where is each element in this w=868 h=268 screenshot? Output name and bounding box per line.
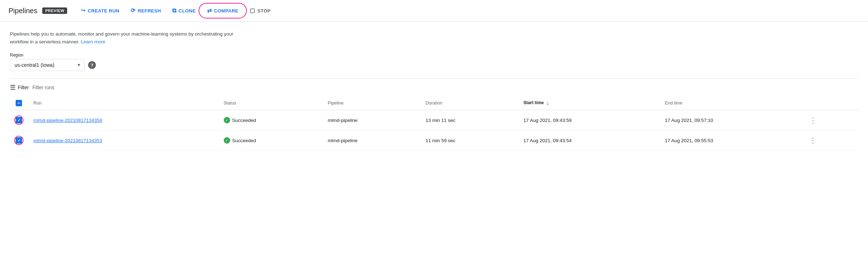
compare-icon: ⇄ (207, 8, 212, 14)
row-1-actions: ⋮ (801, 110, 858, 130)
row-1-checkbox-cell: ✓ (10, 110, 28, 130)
refresh-button[interactable]: ⟳ REFRESH (126, 5, 166, 16)
row-1-more-button[interactable]: ⋮ (807, 114, 819, 126)
row-2-checkbox[interactable]: ✓ (16, 137, 22, 144)
region-select-wrapper: us-central1 (Iowa) us-east1 (South Carol… (10, 59, 858, 71)
region-label: Region (10, 53, 858, 58)
row-2-run-name: mlmd-pipeline-20210817134353 (28, 130, 218, 151)
description-text: Pipelines help you to automate, monitor … (10, 30, 251, 45)
filter-section: ☰ Filter Filter runs (10, 78, 858, 95)
create-run-icon: ⤳ (81, 8, 86, 14)
row-2-status: ✓ Succeeded (218, 130, 322, 151)
select-all-header: − (10, 96, 28, 110)
row-2-run-link[interactable]: mlmd-pipeline-20210817134353 (33, 138, 102, 143)
main-content: Pipelines help you to automate, monitor … (0, 22, 868, 151)
filter-button[interactable]: ☰ Filter (10, 84, 29, 91)
sort-arrow-icon: ↓ (547, 100, 549, 106)
row-1-success-icon: ✓ (224, 117, 230, 123)
table-row: ✓ mlmd-pipeline-20210817134358 ✓ Succeed… (10, 110, 858, 130)
row-2-more-button[interactable]: ⋮ (807, 135, 819, 146)
learn-more-link[interactable]: Learn more (81, 39, 105, 44)
col-pipeline: Pipeline (322, 96, 420, 110)
clone-icon: ⧉ (172, 8, 177, 14)
table-row: ✓ mlmd-pipeline-20210817134353 ✓ Succeed… (10, 130, 858, 151)
preview-badge: PREVIEW (42, 7, 67, 14)
col-run: Run (28, 96, 218, 110)
clone-button[interactable]: ⧉ CLONE (167, 5, 201, 16)
col-status: Status (218, 96, 322, 110)
compare-button-wrapper: ⇄ COMPARE (202, 5, 243, 16)
row-1-checkbox[interactable]: ✓ (16, 117, 22, 123)
runs-table: − Run Status Pipeline Duration Start tim… (10, 96, 858, 151)
toolbar: Pipelines PREVIEW ⤳ CREATE RUN ⟳ REFRESH… (0, 0, 868, 22)
row-2-start-time: 17 Aug 2021, 09:43:54 (518, 130, 659, 151)
filter-icon: ☰ (10, 84, 16, 91)
row-2-duration: 11 min 59 sec (420, 130, 517, 151)
row-2-checkbox-cell: ✓ (10, 130, 28, 151)
region-section: Region us-central1 (Iowa) us-east1 (Sout… (10, 53, 858, 71)
row-1-run-link[interactable]: mlmd-pipeline-20210817134358 (33, 118, 102, 123)
row-1-end-time: 17 Aug 2021, 09:57:10 (659, 110, 801, 130)
col-start-time[interactable]: Start time ↓ (518, 96, 659, 110)
row-1-status: ✓ Succeeded (218, 110, 322, 130)
table-header-row: − Run Status Pipeline Duration Start tim… (10, 96, 858, 110)
row-2-end-time: 17 Aug 2021, 09:55:53 (659, 130, 801, 151)
row-1-start-time: 17 Aug 2021, 09:43:59 (518, 110, 659, 130)
create-run-button[interactable]: ⤳ CREATE RUN (76, 5, 124, 16)
page-title: Pipelines (9, 7, 37, 15)
refresh-icon: ⟳ (131, 8, 136, 14)
row-1-pipeline: mlmd-pipeline (322, 110, 420, 130)
row-1-duration: 13 min 11 sec (420, 110, 517, 130)
stop-icon: ▢ (250, 8, 255, 14)
row-2-pipeline: mlmd-pipeline (322, 130, 420, 151)
row-1-run-name: mlmd-pipeline-20210817134358 (28, 110, 218, 130)
stop-button[interactable]: ▢ STOP (245, 5, 276, 16)
region-help-icon[interactable]: ? (88, 61, 96, 69)
row-2-actions: ⋮ (801, 130, 858, 151)
region-select-container: us-central1 (Iowa) us-east1 (South Carol… (10, 59, 85, 71)
compare-button[interactable]: ⇄ COMPARE (202, 5, 243, 16)
region-select[interactable]: us-central1 (Iowa) us-east1 (South Carol… (10, 59, 85, 71)
deselect-all-checkbox[interactable]: − (16, 100, 22, 106)
col-duration: Duration (420, 96, 517, 110)
row-2-success-icon: ✓ (224, 137, 230, 144)
col-end-time: End time (659, 96, 801, 110)
col-actions (801, 96, 858, 110)
filter-runs-text: Filter runs (32, 85, 54, 90)
filter-label: Filter (18, 85, 29, 90)
